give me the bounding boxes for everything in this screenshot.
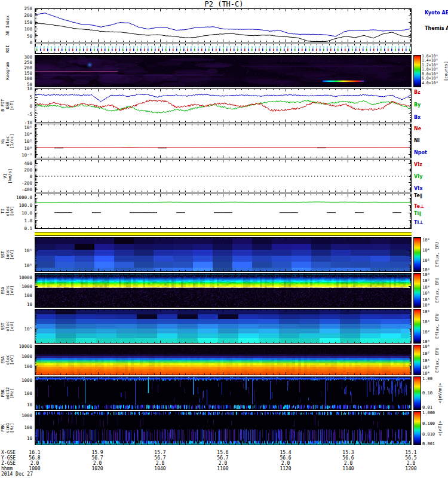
tick-label: 1000 xyxy=(22,412,32,418)
legend-label: Bz xyxy=(414,89,421,94)
fast-survey-bar xyxy=(35,232,412,236)
plot-date: 2014 Dec 27 xyxy=(1,471,33,477)
tick-label: 1000 xyxy=(22,377,32,382)
tick-label: 10⁸ xyxy=(422,344,430,349)
sst-ions-colorbar-ticks: 10⁶10⁴10²10⁰ xyxy=(422,237,434,272)
esa-elec-colorbar-ticks: 10⁸10⁷10⁶10⁵10⁴ xyxy=(422,345,434,375)
tick-label: 10⁶ xyxy=(24,248,32,253)
legend-label: Ti∥ xyxy=(414,211,421,216)
panel-ae-index xyxy=(35,8,412,42)
tick-label: 1.000 xyxy=(422,410,435,415)
ephemeris-row-hhmm: hhmm1000102010401100112011401200 xyxy=(0,466,448,471)
tick-label: 0.100 xyxy=(422,421,435,426)
fbk-scm1-spectrogram xyxy=(35,412,411,445)
bfit-plot xyxy=(35,89,411,122)
fbk-scm1-y-tick-labels: 100010010 xyxy=(0,411,33,445)
tick-label: 250 xyxy=(24,6,32,11)
tick-label: 0 xyxy=(29,103,32,108)
themis-overview-plot: P2 (TH-C) AE Index 250200150100500 Kyoto… xyxy=(0,0,448,478)
tick-label: 10⁷ xyxy=(422,278,430,283)
legend-label: VIz xyxy=(414,162,422,167)
ephemeris-value: 15.7 xyxy=(154,450,165,455)
ephemeris-value: 2.0 xyxy=(93,461,102,466)
sst-ions-colorbar-unit: Eflux, EFU xyxy=(434,237,441,272)
legend-label: By xyxy=(414,102,421,107)
tick-label: 1000.0 xyxy=(16,194,32,200)
tick-label: 100 xyxy=(24,363,32,369)
tick-label: 100 xyxy=(24,424,32,430)
tick-label: 0.01 xyxy=(422,405,432,410)
panel-sst-elec xyxy=(35,309,412,344)
tick-label: 0 xyxy=(29,173,32,179)
ephemeris-value: 2.0 xyxy=(407,461,415,466)
tick-label: 10⁶ xyxy=(422,358,430,363)
sst-elec-colorbar xyxy=(413,309,421,344)
tick-label: 1.00 xyxy=(422,376,432,381)
ephemeris-value: 16.1 xyxy=(29,450,40,455)
esa-elec-colorbar-unit: Eflux, EFU xyxy=(434,345,441,375)
page-title: P2 (TH-C) xyxy=(0,0,448,8)
ephemeris-label-zgse: Z-GSE xyxy=(1,461,16,466)
velocity-legend: VIzVIyVIx xyxy=(414,160,447,192)
fbk-edc12-spectrogram xyxy=(35,377,411,409)
esa-ions-y-tick-labels: 10000100010010 xyxy=(0,273,33,308)
tick-label: 10² xyxy=(422,330,430,335)
tick-label: 10 xyxy=(27,436,32,441)
temperature-legend: Te∥Te⊥Ti∥Ti⊥ xyxy=(414,194,447,229)
ephemeris-value: 2.0 xyxy=(30,461,39,466)
tick-label: 10⁰ xyxy=(24,145,32,151)
fbk-scm1-colorbar-ticks: 1.0000.1000.0100.001 xyxy=(422,411,434,445)
tick-label: 10⁰ xyxy=(422,339,430,344)
tick-label: 10³ xyxy=(422,303,430,308)
sst-ions-colorbar xyxy=(413,237,421,272)
esa-ions-colorbar-unit: Eflux, EFU xyxy=(434,273,441,308)
panel-esa-elec xyxy=(35,345,412,375)
ephemeris-value: 56.8 xyxy=(29,455,40,461)
ephemeris-label-hhmm: hhmm xyxy=(1,466,13,471)
ephemeris-row-xgse: X-GSE16.115.915.715.615.415.315.1 xyxy=(0,450,448,455)
ephemeris-value: 1120 xyxy=(280,466,291,471)
tick-label: 10000 xyxy=(19,344,32,349)
tick-label: 50 xyxy=(27,33,32,38)
tick-label: 10⁴ xyxy=(422,371,430,376)
sst-elec-spectrogram xyxy=(35,310,411,343)
ephemeris-value: 1140 xyxy=(342,466,354,471)
density-legend: NeNINpot xyxy=(414,124,447,158)
tick-label: 0.001 xyxy=(422,442,435,446)
tick-label: 300 xyxy=(24,54,32,59)
panel-temperature xyxy=(35,194,412,229)
ephemeris-label-xgse: X-GSE xyxy=(1,450,16,455)
tick-label: 10⁵ xyxy=(24,326,32,332)
panel-keogram xyxy=(35,55,412,87)
tick-label: 10⁷ xyxy=(422,351,430,356)
ephemeris-label-ygse: Y-GSE xyxy=(1,455,16,461)
tick-label: 200 xyxy=(24,13,32,18)
ephemeris-value: 56.7 xyxy=(154,455,165,461)
tick-label: 100.0 xyxy=(19,202,32,207)
ephemeris-value: 1040 xyxy=(154,466,165,471)
ephemeris-row-zgse: Z-GSE2.02.02.02.02.02.02.0 xyxy=(0,461,448,466)
legend-label: Npot xyxy=(414,150,427,155)
keogram-colorbar-unit: [counts] xyxy=(442,55,448,87)
tick-label: 10 xyxy=(27,302,32,307)
sst-elec-colorbar-ticks: 10⁶10⁴10²10⁰ xyxy=(422,309,434,344)
tick-label: 400 xyxy=(24,160,32,166)
esa-ions-colorbar xyxy=(413,273,421,308)
tick-label: 150 xyxy=(24,71,32,76)
tick-label: 0 xyxy=(29,40,32,45)
panel-fbk-scm1 xyxy=(35,411,412,445)
tick-label: 250 xyxy=(24,59,32,65)
ephemeris-value: 15.4 xyxy=(280,450,291,455)
panel-velocity xyxy=(35,160,412,192)
fbk-scm1-colorbar-unit: <|nT|> xyxy=(436,411,444,445)
tick-label: 10.0 xyxy=(22,210,32,215)
esa-elec-colorbar xyxy=(413,345,421,375)
fbk-edc12-colorbar-unit: <|mV/m|> xyxy=(436,376,444,410)
tick-label: 10 xyxy=(27,86,32,91)
ephemeris-value: 56.7 xyxy=(91,455,103,461)
legend-label: Ti⊥ xyxy=(414,219,424,225)
tick-label: 10⁵ xyxy=(24,262,32,268)
legend-label: VIx xyxy=(414,185,422,191)
tick-label: 10⁶ xyxy=(24,124,32,130)
tick-label: 10⁴ xyxy=(422,298,430,302)
